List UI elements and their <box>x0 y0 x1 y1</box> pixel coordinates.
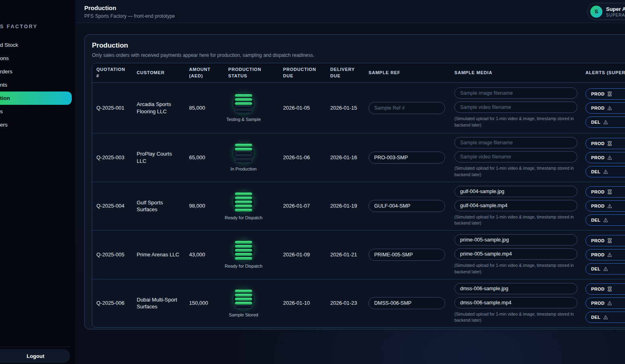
status-label: Testing & Sample <box>226 116 261 123</box>
warning-icon <box>603 120 608 125</box>
sidebar-item-payments[interactable]: nts <box>0 78 75 92</box>
delivery-due-cell: 2026-01-16 <box>326 133 365 182</box>
warning-icon <box>607 252 612 257</box>
prod-warning-alert-button[interactable]: PROD <box>585 102 625 114</box>
sample-video-input[interactable] <box>454 248 577 260</box>
col-amount: AMOUNT (AED) <box>185 63 224 82</box>
sidebar-item-users[interactable]: ers <box>0 118 75 131</box>
production-due-cell: 2026-01-05 <box>279 83 326 133</box>
prod-hourglass-alert-button[interactable]: PROD <box>585 235 625 246</box>
sample-media-cell: (Simulated upload for 1-min video & imag… <box>450 182 581 231</box>
sample-video-input[interactable] <box>454 297 577 308</box>
customer-cell: Gulf Sports Surfaces <box>133 182 185 231</box>
sample-media-cell: (Simulated upload for 1-min video & imag… <box>450 83 581 133</box>
table-row: Q-2025-004 Gulf Sports Surfaces 98,000 R… <box>92 182 625 231</box>
sidebar-item-production-active[interactable]: tion <box>0 92 72 105</box>
sample-ref-input[interactable] <box>369 200 445 212</box>
hourglass-icon <box>607 189 612 194</box>
col-customer: CUSTOMER <box>133 63 185 82</box>
col-quotation: QUOTATION # <box>92 63 133 82</box>
hourglass-icon <box>607 238 612 243</box>
media-note: (Simulated upload for 1-min video & imag… <box>454 262 579 275</box>
customer-cell: Prime Arenas LLC <box>133 231 185 279</box>
alert-label: DEL <box>591 218 600 223</box>
logout-button[interactable]: Logout <box>0 349 70 363</box>
production-due-cell: 2026-01-06 <box>279 133 326 182</box>
prod-warning-alert-button[interactable]: PROD <box>585 200 625 212</box>
delivery-due-cell: 2026-01-23 <box>326 279 365 328</box>
sidebar-item-quotations[interactable]: ons <box>0 52 75 65</box>
alert-label: PROD <box>591 204 604 208</box>
prod-hourglass-alert-button[interactable]: PROD <box>585 138 625 149</box>
col-status: PRODUCTION STATUS <box>224 63 279 82</box>
alert-label: PROD <box>591 141 604 146</box>
prod-hourglass-alert-button[interactable]: PROD <box>585 88 625 100</box>
sample-ref-input[interactable] <box>369 152 445 164</box>
production-due-cell: 2026-01-07 <box>279 182 326 231</box>
warning-icon <box>607 301 612 306</box>
quotation-cell: Q-2025-006 <box>92 279 133 328</box>
prod-hourglass-alert-button[interactable]: PROD <box>585 186 625 198</box>
sidebar-item-5[interactable]: s <box>0 105 75 118</box>
table-header-row: QUOTATION # CUSTOMER AMOUNT (AED) PRODUC… <box>92 63 625 83</box>
sample-video-input[interactable] <box>454 200 577 211</box>
user-role: SUPERADMIN <box>606 13 625 17</box>
table-row: Q-2025-006 Dubai Multi-Sport Surfaces 15… <box>92 279 625 328</box>
sidebar-item-label: tion <box>0 95 10 101</box>
sample-ref-input[interactable] <box>369 297 445 309</box>
media-note: (Simulated upload for 1-min video & imag… <box>454 116 579 129</box>
delivery-due-cell: 2026-01-15 <box>326 83 365 133</box>
warning-icon <box>607 204 612 208</box>
production-status-icon <box>233 143 254 164</box>
prod-warning-alert-button[interactable]: PROD <box>585 297 625 309</box>
sample-video-input[interactable] <box>454 102 577 113</box>
sample-image-input[interactable] <box>454 87 577 99</box>
sample-video-input[interactable] <box>454 151 577 162</box>
prod-hourglass-alert-button[interactable]: PROD <box>585 283 625 295</box>
alert-label: PROD <box>591 238 604 243</box>
status-cell: Ready for Dispatch <box>224 182 263 231</box>
col-alerts: ALERTS (SUPER ADMIN) <box>581 63 625 82</box>
hourglass-icon <box>607 141 612 146</box>
production-due-cell: 2026-01-10 <box>279 279 326 328</box>
alerts-cell: PROD PROD DEL <box>581 182 625 231</box>
user-badge[interactable]: S Super Admin SUPERADMIN <box>587 3 625 20</box>
customer-cell: Dubai Multi-Sport Surfaces <box>133 279 185 328</box>
sample-media-cell: (Simulated upload for 1-min video & imag… <box>450 133 581 182</box>
alert-label: DEL <box>591 266 600 271</box>
col-sample-ref: SAMPLE REF <box>365 63 450 82</box>
sample-image-input[interactable] <box>454 186 577 197</box>
delivery-due-cell: 2026-01-21 <box>326 231 365 279</box>
del-warning-alert-button[interactable]: DEL <box>585 166 625 177</box>
sample-image-input[interactable] <box>454 234 577 245</box>
sample-ref-input[interactable] <box>369 102 445 114</box>
sidebar-item-label: nts <box>0 82 7 88</box>
sidebar-nav: d Stock ons rders nts tion s ers <box>0 38 75 131</box>
production-status-icon <box>233 240 254 261</box>
sample-ref-cell <box>365 182 450 231</box>
quotation-cell: Q-2025-003 <box>92 133 133 182</box>
brand-label: S FACTORY <box>0 24 38 29</box>
del-warning-alert-button[interactable]: DEL <box>585 214 625 226</box>
sample-ref-input[interactable] <box>369 249 445 261</box>
sample-media-cell: (Simulated upload for 1-min video & imag… <box>450 279 581 328</box>
status-cell: Testing & Sample <box>224 83 263 133</box>
production-table: QUOTATION # CUSTOMER AMOUNT (AED) PRODUC… <box>92 63 625 328</box>
amount-cell: 98,000 <box>185 182 224 231</box>
sample-image-input[interactable] <box>454 283 577 294</box>
prod-warning-alert-button[interactable]: PROD <box>585 249 625 260</box>
sidebar-item-label: rders <box>0 69 12 75</box>
warning-icon <box>603 169 608 174</box>
status-cell: Sample Stored <box>224 279 263 328</box>
prod-warning-alert-button[interactable]: PROD <box>585 152 625 163</box>
sidebar-item-orders[interactable]: rders <box>0 65 75 78</box>
del-warning-alert-button[interactable]: DEL <box>585 263 625 275</box>
amount-cell: 43,000 <box>185 231 224 279</box>
sidebar-item-stock[interactable]: d Stock <box>0 38 75 52</box>
delivery-due-cell: 2026-01-19 <box>326 182 365 231</box>
del-warning-alert-button[interactable]: DEL <box>585 312 625 323</box>
sample-image-input[interactable] <box>454 137 577 148</box>
alert-label: PROD <box>591 189 604 194</box>
alerts-cell: PROD PROD DEL <box>581 133 625 182</box>
del-warning-alert-button[interactable]: DEL <box>585 116 625 128</box>
